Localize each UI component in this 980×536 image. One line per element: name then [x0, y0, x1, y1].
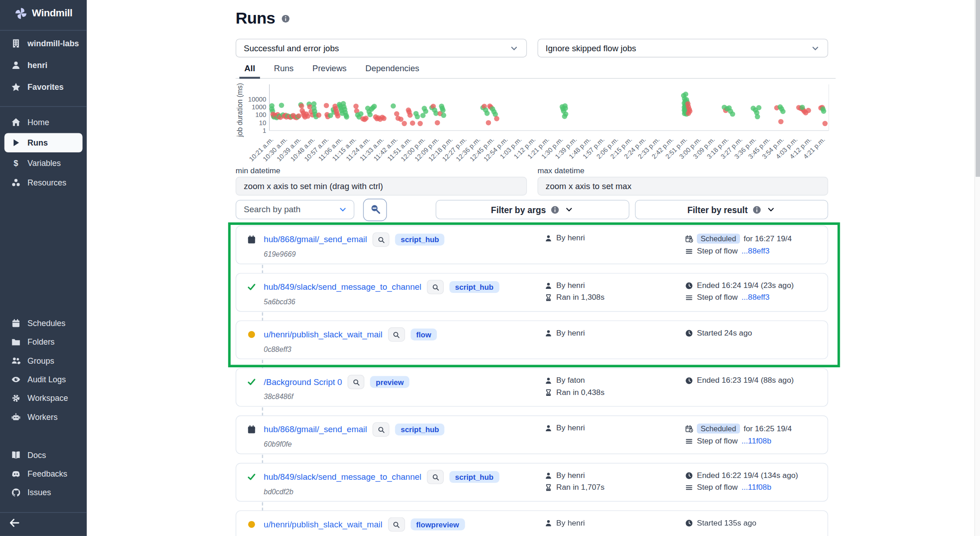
filter-by-args-button[interactable]: Filter by args [436, 200, 629, 219]
tab-previews[interactable]: Previews [312, 61, 347, 78]
collapse-sidebar-button[interactable] [6, 516, 23, 531]
sidebar-item-variables[interactable]: $Variables [0, 154, 87, 173]
chevron-down-icon [510, 44, 519, 53]
run-time-col: Scheduledfor 16:27 19/4Step of flow ...8… [685, 234, 792, 255]
run-title-line: hub/849/slack/send_message_to_channelscr… [264, 280, 499, 294]
chart-point-error [363, 116, 369, 121]
job-id: 60b9f0fe [264, 440, 445, 448]
app-logo[interactable]: Windmill [0, 0, 87, 26]
sidebar-item-henri[interactable]: henri [0, 54, 87, 76]
sidebar-item-groups[interactable]: Groups [0, 351, 87, 370]
run-main-col: u/henri/publish_slack_wait_mailflowprevi… [264, 517, 465, 536]
hourglass-icon [544, 483, 553, 492]
max-datetime-input[interactable] [538, 177, 828, 195]
chart-point-error [381, 116, 387, 121]
chart-point-error [407, 112, 413, 118]
chart-point-success [344, 114, 349, 120]
sidebar-item-audit-logs[interactable]: Audit Logs [0, 370, 87, 389]
sidebar-item-docs[interactable]: Docs [0, 445, 87, 464]
flow-id-link[interactable]: ...11f08b [741, 483, 771, 492]
chart-point-error [686, 111, 691, 116]
page-header: Runs [235, 9, 290, 28]
run-kind-badge: script_hub [450, 281, 499, 293]
chart-point-success [391, 103, 396, 109]
run-path-link[interactable]: u/henri/publish_slack_wait_mail [264, 520, 382, 529]
sidebar-item-label: Home [28, 117, 49, 127]
run-path-link[interactable]: hub/849/slack/send_message_to_channel [264, 283, 421, 292]
sidebar-item-favorites[interactable]: Favorites [0, 76, 87, 98]
run-time-col: Ended 16:22 19/4 (134s ago)Step of flow … [685, 471, 798, 492]
info-icon[interactable] [551, 205, 559, 214]
run-kind-badge: flow [411, 329, 437, 341]
user-icon [11, 61, 21, 70]
job-status-select[interactable]: Successful and error jobs [235, 39, 527, 57]
run-path-link[interactable]: u/henri/publish_slack_wait_mail [264, 330, 382, 339]
runs-tabs: AllRunsPreviewsDependencies [235, 61, 835, 79]
run-row[interactable]: u/henri/publish_slack_wait_mailflow0c88e… [235, 321, 828, 359]
search-by-path-select[interactable]: Search by path [235, 200, 354, 219]
sidebar-item-folders[interactable]: Folders [0, 332, 87, 351]
job-status-select-value: Successful and error jobs [244, 44, 339, 53]
search-icon[interactable] [388, 517, 405, 532]
sidebar-workspace-section: windmill-labshenriFavorites [0, 33, 87, 98]
sidebar-item-workspace[interactable]: Workspace [0, 389, 87, 407]
run-row[interactable]: hub/868/gmail/_send_emailscript_hub60b9f… [235, 415, 828, 454]
run-main-col: hub/868/gmail/_send_emailscript_hub619e9… [264, 232, 445, 258]
info-icon[interactable] [753, 205, 761, 214]
run-path-link[interactable]: hub/849/slack/send_message_to_channel [264, 472, 421, 482]
run-path-link[interactable]: /Background Script 0 [264, 377, 342, 387]
flow-jobs-select[interactable]: Ignore skipped flow jobs [538, 39, 828, 57]
filter-by-result-button[interactable]: Filter by result [635, 200, 828, 219]
sidebar-item-home[interactable]: Home [0, 112, 87, 132]
search-icon[interactable] [388, 327, 405, 342]
chart-point-error [402, 121, 407, 127]
scrollbar-thumb[interactable] [975, 0, 980, 177]
run-path-link[interactable]: hub/868/gmail/_send_email [264, 235, 367, 244]
job-duration-chart[interactable]: job duration (ms)10000100010010110:21 a.… [235, 81, 835, 175]
sidebar-item-label: Folders [28, 337, 55, 346]
run-path-link[interactable]: hub/868/gmail/_send_email [264, 425, 367, 434]
running-dot-icon [247, 520, 256, 529]
run-main-col: /Background Script 0preview38c8486f [264, 375, 409, 400]
search-button[interactable] [363, 199, 387, 221]
run-row[interactable]: hub/868/gmail/_send_emailscript_hub619e9… [235, 225, 828, 264]
sidebar-item-schedules[interactable]: Schedules [0, 314, 87, 332]
info-icon[interactable] [281, 14, 290, 23]
run-kind-badge: preview [370, 376, 409, 388]
tab-all[interactable]: All [244, 61, 256, 78]
run-row[interactable]: hub/849/slack/send_message_to_channelscr… [235, 273, 828, 312]
scrollbar[interactable] [975, 0, 980, 536]
flow-id-link[interactable]: ...88eff3 [741, 293, 769, 302]
sidebar-item-resources[interactable]: Resources [0, 173, 87, 193]
filter-by-result-label: Filter by result [687, 205, 748, 214]
search-icon[interactable] [372, 422, 389, 437]
tab-dependencies[interactable]: Dependencies [365, 61, 420, 78]
person-icon [544, 282, 553, 290]
search-icon[interactable] [427, 280, 444, 294]
sidebar-item-issues[interactable]: Issues [0, 483, 87, 502]
min-datetime-input[interactable] [235, 177, 527, 195]
flow-connector-line [262, 360, 263, 368]
search-icon[interactable] [372, 232, 389, 247]
cubes-icon [11, 178, 21, 188]
sidebar-item-workers[interactable]: Workers [0, 407, 87, 426]
run-row[interactable]: /Background Script 0preview38c8486fBy fa… [235, 368, 828, 406]
chart-point-error [394, 111, 400, 117]
flow-id-link[interactable]: ...11f08b [741, 437, 771, 445]
sidebar-item-runs[interactable]: Runs [5, 133, 83, 152]
tab-runs[interactable]: Runs [273, 61, 294, 78]
run-row[interactable]: hub/849/slack/send_message_to_channelscr… [235, 463, 828, 502]
search-icon[interactable] [427, 470, 444, 484]
run-meta-line: By henri [544, 281, 604, 290]
sidebar-item-label: Resources [28, 178, 67, 188]
sidebar-item-feedbacks[interactable]: Feedbacks [0, 464, 87, 483]
star-icon [11, 83, 21, 92]
main-content: Runs Successful and error jobs Ignore sk… [87, 0, 974, 536]
search-icon[interactable] [348, 375, 364, 390]
sidebar-item-windmill-labs[interactable]: windmill-labs [0, 33, 87, 54]
discord-icon [11, 469, 21, 478]
flow-id-link[interactable]: ...88eff3 [741, 247, 769, 255]
run-row[interactable]: u/henri/publish_slack_wait_mailflowprevi… [235, 510, 828, 536]
sidebar-item-label: Runs [28, 138, 48, 147]
run-kind-badge: flowpreview [411, 518, 465, 530]
